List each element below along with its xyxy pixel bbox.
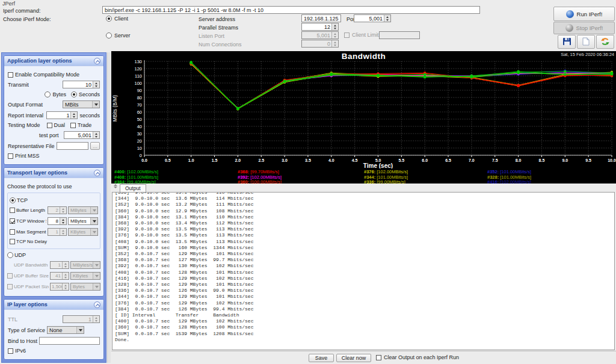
seconds-radio-label: Seconds xyxy=(79,91,100,97)
client-radio-circle[interactable] xyxy=(106,16,112,22)
svg-text:40: 40 xyxy=(137,124,142,129)
parallel-streams-spinner[interactable]: 12 xyxy=(301,23,339,31)
clear-now-button[interactable]: Clear now xyxy=(336,354,371,362)
tcp-no-delay-row[interactable]: TCP No Delay xyxy=(10,239,98,244)
clear-each-run-checkbox[interactable]: Clear Output on each Iperf Run xyxy=(376,354,459,360)
options-sidebar: Application layer options Enable Compati… xyxy=(1,52,106,363)
collapse-icon[interactable] xyxy=(94,170,100,176)
tcp-radio-circle[interactable] xyxy=(10,197,16,203)
tcp-window-checkbox[interactable] xyxy=(10,218,15,224)
window-title: JPerf xyxy=(2,1,15,7)
transmit-spinner-arrows[interactable] xyxy=(93,81,99,88)
max-segment-row: Max Segment Size1KBytes xyxy=(10,228,98,236)
compat-mode-checkbox[interactable] xyxy=(8,72,13,78)
collapse-icon[interactable] xyxy=(94,301,100,308)
floppy-disk-icon xyxy=(562,37,571,47)
report-interval-spinner-arrows[interactable] xyxy=(70,112,77,119)
print-mss-row[interactable]: Print MSS xyxy=(8,153,100,159)
combo-arrow-icon[interactable] xyxy=(92,101,99,108)
udp-radio-row[interactable]: UDP xyxy=(7,252,100,258)
svg-text:1.5: 1.5 xyxy=(212,158,218,162)
tcp-no-delay-checkbox[interactable] xyxy=(10,239,15,244)
restart-button[interactable] xyxy=(596,35,614,49)
bytes-radio-circle[interactable] xyxy=(45,91,51,97)
svg-text:0.5: 0.5 xyxy=(165,158,171,162)
port-spinner-arrows[interactable] xyxy=(384,15,390,22)
test-port-spinner-arrows[interactable] xyxy=(93,132,99,138)
svg-text:10.0: 10.0 xyxy=(608,158,616,162)
collapse-icon[interactable] xyxy=(94,58,100,64)
svg-text:60: 60 xyxy=(137,110,142,115)
output-tab[interactable]: Output xyxy=(120,184,146,192)
save-button[interactable]: Save xyxy=(309,354,334,362)
output-format-combo[interactable]: MBits xyxy=(63,100,100,108)
max-segment-value: 1 xyxy=(48,229,60,235)
dual-checkbox-box[interactable] xyxy=(47,123,52,128)
udp-radio-circle[interactable] xyxy=(7,252,13,258)
transport-layer-header[interactable]: Transport layer options xyxy=(4,168,103,178)
run-iperf-button[interactable]: Run IPerf! xyxy=(553,7,615,21)
representative-file-row: Representative File... xyxy=(8,142,100,150)
test-port-spinner[interactable]: 5,001 xyxy=(64,131,100,139)
max-segment-checkbox[interactable] xyxy=(10,229,15,235)
server-address-input[interactable]: 192.168.1.125 xyxy=(301,14,341,22)
tcp-radio-row[interactable]: TCP xyxy=(10,197,98,203)
seconds-radio[interactable]: Seconds xyxy=(71,91,100,97)
trade-checkbox[interactable]: Trade xyxy=(70,122,91,128)
buffer-length-spinner: 2 xyxy=(48,206,67,214)
client-radio[interactable]: Client xyxy=(106,16,128,22)
udp-buffer-unit-combo: KBytes xyxy=(70,272,100,280)
svg-text:6.5: 6.5 xyxy=(445,158,451,162)
iperf-command-label: Iperf command: xyxy=(3,8,41,14)
udp-packet-unit: Bytes xyxy=(73,284,93,289)
representative-file-input[interactable] xyxy=(57,142,88,150)
tos-combo[interactable]: None xyxy=(47,326,84,334)
server-address-label: Server address xyxy=(199,16,235,22)
clear-each-run-checkbox-box[interactable] xyxy=(376,355,381,360)
print-mss-checkbox[interactable] xyxy=(8,153,13,159)
max-segment-label: Max Segment Size xyxy=(16,229,46,235)
tcp-window-spinner[interactable]: 8 xyxy=(48,217,67,225)
ttl-label: TTL xyxy=(8,316,61,322)
server-radio[interactable]: Server xyxy=(106,32,131,39)
compat-mode-row[interactable]: Enable Compatibility Mode xyxy=(8,72,100,78)
output-console[interactable]: [336] 9.0-10.0 sec 13.1 MBytes 110 Mbits… xyxy=(112,192,615,350)
transmit-spinner[interactable]: 10 xyxy=(63,81,100,88)
save-results-button[interactable] xyxy=(558,35,576,49)
buffer-length-checkbox[interactable] xyxy=(10,208,15,213)
udp-radio-label: UDP xyxy=(14,252,26,258)
tcp-window-unit-combo[interactable]: MBytes xyxy=(68,217,98,225)
ip-layer-header[interactable]: IP layer options xyxy=(4,300,103,310)
udp-buffer-checkbox xyxy=(7,273,13,279)
seconds-radio-circle[interactable] xyxy=(71,91,77,97)
ipv6-checkbox[interactable] xyxy=(8,348,13,354)
dual-checkbox[interactable]: Dual xyxy=(47,122,66,128)
splitter-handle-icon[interactable] xyxy=(114,184,117,188)
application-layer-header[interactable]: Application layer options xyxy=(4,56,103,66)
browse-button[interactable]: ... xyxy=(90,142,100,150)
protocol-label-row: Choose the protocol to use xyxy=(7,184,100,190)
report-interval-spinner[interactable]: 1 xyxy=(46,111,78,119)
listen-port-label: Listen Port xyxy=(199,33,224,39)
transport-layer-title: Transport layer options xyxy=(7,170,67,176)
tos-value: None xyxy=(49,327,76,333)
svg-text:7.0: 7.0 xyxy=(469,158,475,162)
sidebar-scrollbar[interactable] xyxy=(107,52,111,363)
jperf-window: JPerf Iperf command: bin/iperf.exe -c 19… xyxy=(0,0,616,364)
bind-host-input[interactable] xyxy=(39,337,100,345)
clear-output-button[interactable] xyxy=(577,35,595,49)
port-spinner[interactable]: 5,001 xyxy=(354,14,391,22)
iperf-command-input[interactable]: bin/iperf.exe -c 192.168.1.125 -P 12 -i … xyxy=(102,6,480,14)
bytes-radio[interactable]: Bytes xyxy=(45,91,66,97)
combo-arrow-icon[interactable] xyxy=(76,327,84,333)
parallel-streams-spinner-arrows[interactable] xyxy=(331,23,338,30)
server-radio-circle[interactable] xyxy=(106,32,112,39)
ipv6-row[interactable]: IPv6 xyxy=(8,348,100,354)
svg-text:20: 20 xyxy=(137,138,142,144)
tcp-window-spinner-arrows[interactable] xyxy=(60,218,66,224)
transmit-row: Transmit10 xyxy=(8,81,100,88)
svg-text:1.0: 1.0 xyxy=(188,158,194,162)
buffer-length-label: Buffer Length xyxy=(16,208,46,213)
trade-checkbox-box[interactable] xyxy=(70,123,76,128)
combo-arrow-icon[interactable] xyxy=(90,218,97,224)
